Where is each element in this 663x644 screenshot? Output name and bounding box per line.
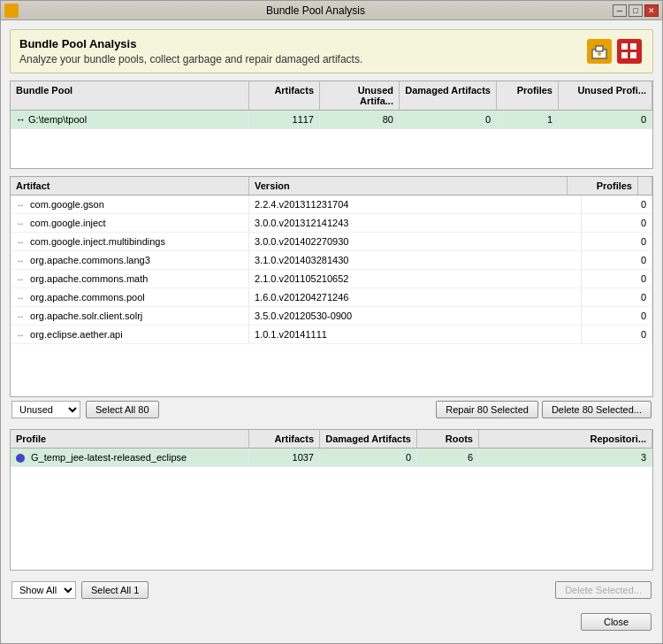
cell-prof-damaged: 0 xyxy=(320,448,417,466)
col-header-artprofiles: Profiles xyxy=(568,177,638,195)
cell-artifact-name: ↔ org.eclipse.aether.api xyxy=(11,326,249,343)
artifact-table-body: ↔ com.google.gson 2.2.4.v201311231704 0 … xyxy=(11,196,652,396)
profile-toolbar-right: Delete Selected... xyxy=(555,581,652,599)
cell-art-profiles: 0 xyxy=(582,326,652,343)
cell-artifact-name: ↔ com.google.gson xyxy=(11,196,249,213)
select-all-profiles-button[interactable]: Select All 1 xyxy=(81,581,149,599)
bundle-svg xyxy=(591,42,608,60)
cell-art-profiles: 0 xyxy=(582,251,652,269)
cell-version: 2.2.4.v201311231704 xyxy=(249,196,582,213)
artifact-filter-select[interactable]: Unused All Damaged xyxy=(11,401,80,418)
grid-cell-1 xyxy=(621,43,628,50)
col-header-artifacts: Artifacts xyxy=(249,81,320,110)
grid-inner xyxy=(621,43,637,59)
main-content: Bundle Pool Analysis Analyze your bundle… xyxy=(1,20,662,643)
artifact-icon: ↔ xyxy=(16,311,25,321)
window-controls: ─ □ ✕ xyxy=(613,4,659,17)
svg-point-2 xyxy=(598,52,601,56)
table-row[interactable]: ↔ com.google.inject 3.0.0.v201312141243 … xyxy=(11,214,652,233)
grid-cell-4 xyxy=(630,52,636,58)
col-header-prof-repos: Repositori... xyxy=(479,430,652,448)
artifact-table: Artifact Version Profiles ↔ com.google.g… xyxy=(10,176,653,397)
cell-artifact-name: ↔ org.apache.commons.lang3 xyxy=(11,251,249,269)
cell-prof-roots: 6 xyxy=(417,448,479,466)
cell-prof-artifacts: 1037 xyxy=(249,448,320,466)
cell-art-profiles: 0 xyxy=(582,233,652,250)
close-button[interactable]: Close xyxy=(581,613,652,631)
artifact-icon: ↔ xyxy=(16,218,25,228)
artifact-table-header: Artifact Version Profiles xyxy=(11,177,652,196)
svg-rect-1 xyxy=(596,46,603,51)
repair-icon xyxy=(617,39,642,64)
cell-profiles: 1 xyxy=(497,111,559,128)
table-row[interactable]: ↔ com.google.inject.multibindings 3.0.0.… xyxy=(11,233,652,251)
table-row[interactable]: G_temp_jee-latest-released_eclipse 1037 … xyxy=(11,448,652,467)
select-all-artifacts-button[interactable]: Select All 80 xyxy=(86,401,159,418)
grid-cell-3 xyxy=(621,52,628,58)
cell-version: 3.1.0.v201403281430 xyxy=(249,251,582,269)
bundle-pool-table-header: Bundle Pool Artifacts Unused Artifa... D… xyxy=(11,81,652,111)
cell-version: 2.1.0.v201105210652 xyxy=(249,270,582,288)
app-icon xyxy=(4,4,19,18)
cell-artifact-name: ↔ com.google.inject xyxy=(11,214,249,232)
maximize-button[interactable]: □ xyxy=(629,4,643,17)
artifact-icon: ↔ xyxy=(16,200,25,210)
artifact-icon: ↔ xyxy=(16,256,25,265)
page-title: Bundle Pool Analysis xyxy=(19,37,362,50)
cell-version: 3.5.0.v20120530-0900 xyxy=(249,307,582,325)
window-title: Bundle Pool Analysis xyxy=(19,4,613,17)
cell-profile-name: G_temp_jee-latest-released_eclipse xyxy=(11,448,249,466)
table-row[interactable]: ↔ org.apache.solr.client.solrj 3.5.0.v20… xyxy=(11,307,652,326)
delete-profile-button[interactable]: Delete Selected... xyxy=(555,581,652,599)
table-row[interactable]: ↔ org.apache.commons.pool 1.6.0.v2012042… xyxy=(11,288,652,307)
table-row[interactable]: ↔ org.apache.commons.math 2.1.0.v2011052… xyxy=(11,270,652,288)
cell-artifact-name: ↔ org.apache.commons.math xyxy=(11,270,249,288)
minimize-button[interactable]: ─ xyxy=(613,4,627,17)
cell-art-profiles: 0 xyxy=(582,214,652,232)
col-header-pool: Bundle Pool xyxy=(11,81,249,110)
plug-icon: ↔ xyxy=(16,114,26,125)
profile-table: Profile Artifacts Damaged Artifacts Root… xyxy=(10,429,653,571)
bundle-pool-icon xyxy=(587,39,612,64)
profile-table-body: G_temp_jee-latest-released_eclipse 1037 … xyxy=(11,448,652,570)
cell-artifact-name: ↔ org.apache.solr.client.solrj xyxy=(11,307,249,325)
profile-toolbar: Show All Select All 1 Delete Selected... xyxy=(10,578,653,602)
cell-prof-repos: 3 xyxy=(479,448,652,466)
table-row[interactable]: ↔ com.google.gson 2.2.4.v201311231704 0 xyxy=(11,196,652,214)
cell-version: 3.0.0.v201312141243 xyxy=(249,214,582,232)
artifact-icon: ↔ xyxy=(16,274,25,284)
table-row[interactable]: ↔ G:\temp\tpool 1117 80 0 1 0 xyxy=(11,111,652,129)
cell-damaged: 0 xyxy=(400,111,497,128)
cell-version: 3.0.0.v201402270930 xyxy=(249,233,582,250)
title-bar: Bundle Pool Analysis ─ □ ✕ xyxy=(1,1,662,20)
profile-filter-select[interactable]: Show All xyxy=(11,581,76,599)
close-window-button[interactable]: ✕ xyxy=(644,4,659,17)
cell-version: 1.0.1.v20141111 xyxy=(249,326,582,343)
cell-art-profiles: 0 xyxy=(582,196,652,213)
cell-art-profiles: 0 xyxy=(582,288,652,306)
grid-icon-box xyxy=(615,37,644,65)
col-header-profiles: Profiles xyxy=(497,81,559,110)
cell-pool-name: ↔ G:\temp\tpool xyxy=(11,111,249,128)
cell-artifact-name: ↔ org.apache.commons.pool xyxy=(11,288,249,306)
artifact-icon: ↔ xyxy=(16,237,25,247)
table-row[interactable]: ↔ org.eclipse.aether.api 1.0.1.v20141111… xyxy=(11,326,652,344)
col-header-damaged: Damaged Artifacts xyxy=(400,81,497,110)
artifact-toolbar: Unused All Damaged Select All 80 Repair … xyxy=(10,397,653,422)
bundle-icon-box xyxy=(585,37,613,65)
col-header-prof-artifacts: Artifacts xyxy=(249,430,320,448)
cell-artifact-name: ↔ com.google.inject.multibindings xyxy=(11,233,249,250)
cell-unused: 80 xyxy=(320,111,400,128)
table-row[interactable]: ↔ org.apache.commons.lang3 3.1.0.v201403… xyxy=(11,251,652,270)
col-header-profile: Profile xyxy=(11,430,249,448)
header-text: Bundle Pool Analysis Analyze your bundle… xyxy=(19,37,362,65)
repair-selected-button[interactable]: Repair 80 Selected xyxy=(436,401,538,418)
delete-selected-button[interactable]: Delete 80 Selected... xyxy=(542,401,652,418)
main-window: Bundle Pool Analysis ─ □ ✕ Bundle Pool A… xyxy=(0,0,663,644)
grid-cell-2 xyxy=(630,43,636,50)
col-header-prof-damaged: Damaged Artifacts xyxy=(320,430,417,448)
col-header-version: Version xyxy=(249,177,568,195)
col-header-artifact: Artifact xyxy=(11,177,249,195)
cell-artifacts: 1117 xyxy=(249,111,320,128)
cell-art-profiles: 0 xyxy=(582,270,652,288)
